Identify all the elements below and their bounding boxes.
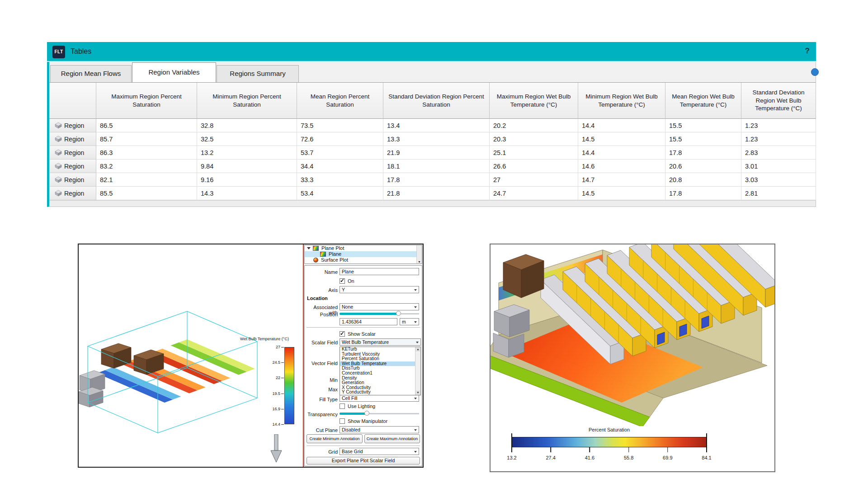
table-cell[interactable]: 1.23 xyxy=(741,119,816,132)
associated-with-select[interactable]: None xyxy=(340,303,419,310)
use-lighting-checkbox[interactable] xyxy=(340,404,345,409)
column-header[interactable]: Standard Deviation Region Wet Bulb Tempe… xyxy=(741,83,816,119)
table-cell[interactable]: 14.5 xyxy=(578,132,665,146)
table-cell[interactable]: 32.5 xyxy=(197,132,297,146)
on-checkbox[interactable] xyxy=(340,278,345,284)
table-cell[interactable]: 9.84 xyxy=(197,160,297,173)
saturation-3d-view[interactable] xyxy=(491,244,774,426)
table-cell[interactable]: 18.1 xyxy=(383,160,490,173)
table-cell[interactable]: 1.23 xyxy=(741,132,816,146)
table-cell[interactable]: 72.6 xyxy=(297,132,383,146)
region-row-header[interactable]: Region xyxy=(49,132,96,146)
cut-plane-select[interactable]: Disabled xyxy=(340,426,419,433)
table-cell[interactable]: 3.03 xyxy=(741,173,816,187)
table-cell[interactable]: 13.2 xyxy=(197,146,297,160)
table-cell[interactable]: 15.5 xyxy=(665,132,741,146)
tree-item-plane-plot[interactable]: Plane Plot xyxy=(305,245,422,251)
tab-regions-summary[interactable]: Regions Summary xyxy=(217,65,299,82)
table-cell[interactable]: 13.4 xyxy=(383,119,490,132)
table-cell[interactable]: 9.16 xyxy=(197,173,297,187)
table-cell[interactable]: 14.4 xyxy=(578,146,665,160)
create-minimum-annotation-button[interactable]: Create Minimum Annotation xyxy=(307,434,363,443)
colorbar-tick-labels: 27 24.5 22 19.5 16.9 14.4 xyxy=(258,347,280,424)
table-cell[interactable]: 20.8 xyxy=(665,173,741,187)
table-cell[interactable]: 26.6 xyxy=(490,160,578,173)
fill-type-select[interactable]: Cell Fill xyxy=(340,394,419,402)
column-header[interactable]: Minimum Region Wet Bulb Temperature (°C) xyxy=(578,83,665,119)
table-cell[interactable]: 83.2 xyxy=(96,160,197,173)
table-cell[interactable]: 3.01 xyxy=(741,160,816,173)
tree-item-plane[interactable]: Plane xyxy=(305,251,422,257)
table-cell[interactable]: 14.5 xyxy=(578,187,665,200)
grid-select[interactable]: Base Grid xyxy=(340,448,419,455)
axis-select[interactable]: Y xyxy=(340,286,419,293)
column-header[interactable]: Mean Region Wet Bulb Temperature (°C) xyxy=(665,83,741,119)
table-cell[interactable]: 53.7 xyxy=(297,146,383,160)
table-cell[interactable]: 20.3 xyxy=(490,132,578,146)
position-value-input[interactable] xyxy=(340,318,397,325)
help-icon[interactable]: ? xyxy=(805,47,810,56)
table-cell[interactable]: 34.4 xyxy=(297,160,383,173)
create-maximum-annotation-button[interactable]: Create Maximum Annotation xyxy=(364,434,420,443)
table-cell[interactable]: 24.7 xyxy=(490,187,578,200)
expander-icon[interactable] xyxy=(307,247,311,249)
table-cell[interactable]: 33.3 xyxy=(297,173,383,187)
table-cell[interactable]: 21.9 xyxy=(383,146,490,160)
transparency-slider[interactable] xyxy=(340,411,419,416)
table-cell[interactable]: 2.81 xyxy=(741,187,816,200)
info-icon[interactable] xyxy=(811,68,819,76)
tree-scrollbar[interactable]: ▼ xyxy=(416,245,422,263)
tree-item-surface-plot[interactable]: Surface Plot xyxy=(305,257,422,263)
plane-plot-3d-view[interactable]: Wet Bulb Temperature (°C) 27 24.5 22 19.… xyxy=(79,244,303,467)
table-cell[interactable]: 17.8 xyxy=(665,146,741,160)
show-manipulator-checkbox[interactable] xyxy=(340,418,345,424)
position-slider[interactable] xyxy=(340,311,419,316)
table-cell[interactable]: 25.1 xyxy=(490,146,578,160)
table-cell[interactable]: 15.5 xyxy=(665,119,741,132)
export-plane-plot-scalar-field-button[interactable]: Export Plane Plot Scalar Field xyxy=(307,457,420,465)
column-header[interactable]: Mean Region Percent Saturation xyxy=(297,83,383,119)
dropdown-scrollbar[interactable]: ▲▼ xyxy=(415,347,420,395)
table-cell[interactable]: 14.4 xyxy=(578,119,665,132)
table-cell[interactable]: 85.7 xyxy=(96,132,197,146)
table-cell[interactable]: 53.4 xyxy=(297,187,383,200)
column-header[interactable]: Standard Deviation Region Percent Satura… xyxy=(383,83,490,119)
table-cell[interactable]: 2.83 xyxy=(741,146,816,160)
region-row-header[interactable]: Region xyxy=(49,187,96,200)
table-cell[interactable]: 86.3 xyxy=(96,146,197,160)
plot-tree: Plane Plot Plane Surface Plot ▼ xyxy=(304,245,422,264)
table-cell[interactable]: 85.5 xyxy=(96,187,197,200)
table-cell[interactable]: 21.8 xyxy=(383,187,490,200)
table-cell[interactable]: 17.8 xyxy=(665,187,741,200)
table-cell[interactable]: 13.3 xyxy=(383,132,490,146)
region-row-header[interactable]: Region xyxy=(49,146,96,160)
dropdown-option[interactable]: Y Conductivity xyxy=(340,390,420,395)
column-header[interactable]: Maximum Region Percent Saturation xyxy=(96,83,197,119)
region-row-header[interactable]: Region xyxy=(49,160,96,173)
tab-region-mean-flows[interactable]: Region Mean Flows xyxy=(50,65,132,82)
table-cell[interactable]: 32.8 xyxy=(197,119,297,132)
column-header[interactable]: Maximum Region Wet Bulb Temperature (°C) xyxy=(490,83,578,119)
scalar-field-select[interactable]: Wet Bulb Temperature xyxy=(340,338,421,346)
window-titlebar[interactable]: FLT Tables ? xyxy=(47,42,816,62)
table-cell[interactable]: 86.5 xyxy=(96,119,197,132)
dropdown-option[interactable]: Concentration1 xyxy=(340,371,420,376)
horizontal-scrollbar[interactable] xyxy=(49,200,816,206)
table-cell[interactable]: 14.6 xyxy=(578,160,665,173)
table-cell[interactable]: 20.2 xyxy=(490,119,578,132)
table-cell[interactable]: 14.3 xyxy=(197,187,297,200)
column-header[interactable]: Minimum Region Percent Saturation xyxy=(197,83,297,119)
table-cell[interactable]: 17.8 xyxy=(383,173,490,187)
table-cell[interactable]: 27 xyxy=(490,173,578,187)
dropdown-option[interactable]: KETurb xyxy=(340,347,420,352)
show-scalar-checkbox[interactable] xyxy=(340,331,345,337)
position-unit-select[interactable]: m xyxy=(400,318,419,325)
table-cell[interactable]: 82.1 xyxy=(96,173,197,187)
table-cell[interactable]: 14.7 xyxy=(578,173,665,187)
table-cell[interactable]: 73.5 xyxy=(297,119,383,132)
table-cell[interactable]: 20.6 xyxy=(665,160,741,173)
name-input[interactable] xyxy=(340,268,419,275)
region-row-header[interactable]: Region xyxy=(49,173,96,187)
region-row-header[interactable]: Region xyxy=(49,119,96,132)
tab-region-variables[interactable]: Region Variables xyxy=(132,62,216,82)
